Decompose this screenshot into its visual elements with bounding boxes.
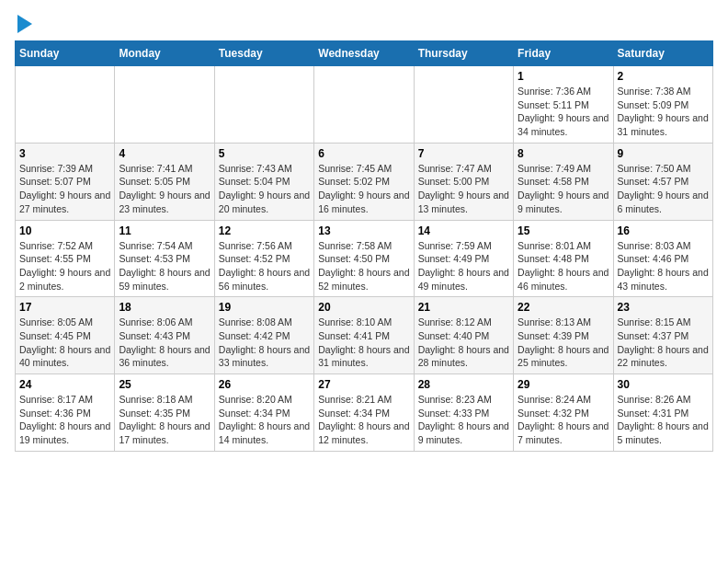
day-number: 15 bbox=[518, 224, 609, 237]
calendar-cell: 13Sunrise: 7:58 AM Sunset: 4:50 PM Dayli… bbox=[314, 220, 414, 297]
calendar-cell: 14Sunrise: 7:59 AM Sunset: 4:49 PM Dayli… bbox=[414, 220, 513, 297]
day-info: Sunrise: 7:38 AM Sunset: 5:09 PM Dayligh… bbox=[618, 85, 709, 139]
calendar-week-row: 1Sunrise: 7:36 AM Sunset: 5:11 PM Daylig… bbox=[16, 66, 713, 144]
calendar-cell: 7Sunrise: 7:47 AM Sunset: 5:00 PM Daylig… bbox=[414, 143, 513, 220]
calendar-cell: 1Sunrise: 7:36 AM Sunset: 5:11 PM Daylig… bbox=[514, 66, 613, 144]
day-info: Sunrise: 8:06 AM Sunset: 4:43 PM Dayligh… bbox=[119, 316, 210, 370]
calendar-cell: 3Sunrise: 7:39 AM Sunset: 5:07 PM Daylig… bbox=[16, 143, 115, 220]
calendar-week-row: 10Sunrise: 7:52 AM Sunset: 4:55 PM Dayli… bbox=[16, 220, 713, 297]
day-number: 13 bbox=[318, 224, 409, 237]
calendar-header-saturday: Saturday bbox=[613, 41, 712, 66]
day-number: 26 bbox=[219, 378, 310, 391]
logo-blue-part bbox=[15, 15, 32, 33]
calendar-cell: 20Sunrise: 8:10 AM Sunset: 4:41 PM Dayli… bbox=[314, 297, 414, 374]
logo-arrow-icon bbox=[17, 15, 32, 33]
calendar-cell bbox=[214, 66, 313, 144]
day-number: 18 bbox=[119, 301, 210, 314]
day-info: Sunrise: 7:47 AM Sunset: 5:00 PM Dayligh… bbox=[418, 162, 509, 216]
calendar-cell bbox=[16, 66, 115, 144]
calendar-cell: 28Sunrise: 8:23 AM Sunset: 4:33 PM Dayli… bbox=[414, 374, 513, 452]
day-info: Sunrise: 7:41 AM Sunset: 5:05 PM Dayligh… bbox=[119, 162, 210, 216]
day-info: Sunrise: 7:49 AM Sunset: 4:58 PM Dayligh… bbox=[518, 162, 609, 216]
calendar-header-monday: Monday bbox=[115, 41, 214, 66]
day-info: Sunrise: 7:54 AM Sunset: 4:53 PM Dayligh… bbox=[119, 239, 210, 293]
calendar-header-tuesday: Tuesday bbox=[214, 41, 313, 66]
day-info: Sunrise: 8:03 AM Sunset: 4:46 PM Dayligh… bbox=[618, 239, 709, 293]
calendar-cell: 26Sunrise: 8:20 AM Sunset: 4:34 PM Dayli… bbox=[214, 374, 313, 452]
calendar-cell: 5Sunrise: 7:43 AM Sunset: 5:04 PM Daylig… bbox=[214, 143, 313, 220]
day-info: Sunrise: 7:50 AM Sunset: 4:57 PM Dayligh… bbox=[618, 162, 709, 216]
day-info: Sunrise: 8:26 AM Sunset: 4:31 PM Dayligh… bbox=[618, 393, 709, 447]
calendar-cell: 29Sunrise: 8:24 AM Sunset: 4:32 PM Dayli… bbox=[514, 374, 613, 452]
day-number: 22 bbox=[518, 301, 609, 314]
calendar-cell: 24Sunrise: 8:17 AM Sunset: 4:36 PM Dayli… bbox=[16, 374, 115, 452]
day-number: 21 bbox=[418, 301, 509, 314]
day-info: Sunrise: 7:45 AM Sunset: 5:02 PM Dayligh… bbox=[318, 162, 409, 216]
calendar-cell: 11Sunrise: 7:54 AM Sunset: 4:53 PM Dayli… bbox=[115, 220, 214, 297]
calendar-cell: 30Sunrise: 8:26 AM Sunset: 4:31 PM Dayli… bbox=[613, 374, 712, 452]
day-info: Sunrise: 7:56 AM Sunset: 4:52 PM Dayligh… bbox=[219, 239, 310, 293]
calendar-header-sunday: Sunday bbox=[16, 41, 115, 66]
calendar-cell: 15Sunrise: 8:01 AM Sunset: 4:48 PM Dayli… bbox=[514, 220, 613, 297]
calendar-week-row: 17Sunrise: 8:05 AM Sunset: 4:45 PM Dayli… bbox=[16, 297, 713, 374]
day-number: 12 bbox=[219, 224, 310, 237]
day-info: Sunrise: 7:36 AM Sunset: 5:11 PM Dayligh… bbox=[518, 85, 609, 139]
day-info: Sunrise: 7:52 AM Sunset: 4:55 PM Dayligh… bbox=[19, 239, 110, 293]
day-info: Sunrise: 8:24 AM Sunset: 4:32 PM Dayligh… bbox=[518, 393, 609, 447]
calendar-week-row: 24Sunrise: 8:17 AM Sunset: 4:36 PM Dayli… bbox=[16, 374, 713, 452]
day-info: Sunrise: 8:21 AM Sunset: 4:34 PM Dayligh… bbox=[318, 393, 409, 447]
calendar-cell: 12Sunrise: 7:56 AM Sunset: 4:52 PM Dayli… bbox=[214, 220, 313, 297]
day-number: 9 bbox=[618, 147, 709, 160]
day-info: Sunrise: 8:13 AM Sunset: 4:39 PM Dayligh… bbox=[518, 316, 609, 370]
day-number: 19 bbox=[219, 301, 310, 314]
calendar-header-row: SundayMondayTuesdayWednesdayThursdayFrid… bbox=[16, 41, 713, 66]
day-number: 8 bbox=[518, 147, 609, 160]
calendar-cell: 10Sunrise: 7:52 AM Sunset: 4:55 PM Dayli… bbox=[16, 220, 115, 297]
day-info: Sunrise: 8:23 AM Sunset: 4:33 PM Dayligh… bbox=[418, 393, 509, 447]
day-number: 7 bbox=[418, 147, 509, 160]
calendar-week-row: 3Sunrise: 7:39 AM Sunset: 5:07 PM Daylig… bbox=[16, 143, 713, 220]
logo bbox=[15, 15, 32, 33]
day-number: 30 bbox=[618, 378, 709, 391]
calendar-header-friday: Friday bbox=[514, 41, 613, 66]
day-info: Sunrise: 8:08 AM Sunset: 4:42 PM Dayligh… bbox=[219, 316, 310, 370]
day-info: Sunrise: 8:18 AM Sunset: 4:35 PM Dayligh… bbox=[119, 393, 210, 447]
calendar-cell: 19Sunrise: 8:08 AM Sunset: 4:42 PM Dayli… bbox=[214, 297, 313, 374]
calendar-cell: 22Sunrise: 8:13 AM Sunset: 4:39 PM Dayli… bbox=[514, 297, 613, 374]
calendar-cell: 8Sunrise: 7:49 AM Sunset: 4:58 PM Daylig… bbox=[514, 143, 613, 220]
calendar-cell bbox=[414, 66, 513, 144]
day-number: 25 bbox=[119, 378, 210, 391]
day-number: 16 bbox=[618, 224, 709, 237]
calendar-cell bbox=[115, 66, 214, 144]
day-info: Sunrise: 8:01 AM Sunset: 4:48 PM Dayligh… bbox=[518, 239, 609, 293]
day-number: 24 bbox=[19, 378, 110, 391]
day-number: 28 bbox=[418, 378, 509, 391]
day-number: 4 bbox=[119, 147, 210, 160]
day-info: Sunrise: 8:20 AM Sunset: 4:34 PM Dayligh… bbox=[219, 393, 310, 447]
calendar-table: SundayMondayTuesdayWednesdayThursdayFrid… bbox=[15, 40, 713, 452]
day-number: 11 bbox=[119, 224, 210, 237]
calendar-cell: 6Sunrise: 7:45 AM Sunset: 5:02 PM Daylig… bbox=[314, 143, 414, 220]
calendar-cell: 16Sunrise: 8:03 AM Sunset: 4:46 PM Dayli… bbox=[613, 220, 712, 297]
day-info: Sunrise: 7:43 AM Sunset: 5:04 PM Dayligh… bbox=[219, 162, 310, 216]
day-number: 29 bbox=[518, 378, 609, 391]
calendar-cell: 21Sunrise: 8:12 AM Sunset: 4:40 PM Dayli… bbox=[414, 297, 513, 374]
day-info: Sunrise: 8:17 AM Sunset: 4:36 PM Dayligh… bbox=[19, 393, 110, 447]
calendar-cell: 27Sunrise: 8:21 AM Sunset: 4:34 PM Dayli… bbox=[314, 374, 414, 452]
day-number: 1 bbox=[518, 70, 609, 83]
calendar-header-thursday: Thursday bbox=[414, 41, 513, 66]
day-info: Sunrise: 8:10 AM Sunset: 4:41 PM Dayligh… bbox=[318, 316, 409, 370]
day-number: 27 bbox=[318, 378, 409, 391]
day-number: 23 bbox=[618, 301, 709, 314]
day-number: 17 bbox=[19, 301, 110, 314]
calendar-cell: 23Sunrise: 8:15 AM Sunset: 4:37 PM Dayli… bbox=[613, 297, 712, 374]
calendar-header-wednesday: Wednesday bbox=[314, 41, 414, 66]
day-number: 20 bbox=[318, 301, 409, 314]
day-number: 14 bbox=[418, 224, 509, 237]
day-number: 3 bbox=[19, 147, 110, 160]
calendar-cell bbox=[314, 66, 414, 144]
day-info: Sunrise: 7:59 AM Sunset: 4:49 PM Dayligh… bbox=[418, 239, 509, 293]
calendar-cell: 17Sunrise: 8:05 AM Sunset: 4:45 PM Dayli… bbox=[16, 297, 115, 374]
day-number: 10 bbox=[19, 224, 110, 237]
calendar-cell: 9Sunrise: 7:50 AM Sunset: 4:57 PM Daylig… bbox=[613, 143, 712, 220]
